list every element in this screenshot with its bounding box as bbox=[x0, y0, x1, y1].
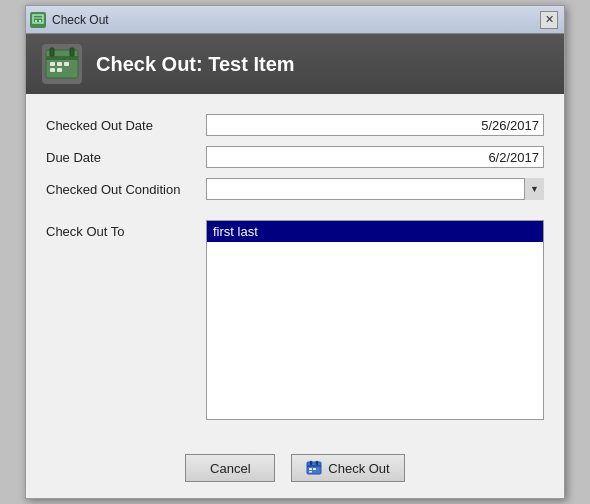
svg-rect-18 bbox=[310, 461, 312, 465]
svg-rect-14 bbox=[307, 465, 321, 467]
window-icon bbox=[30, 12, 46, 28]
svg-rect-9 bbox=[57, 62, 62, 66]
check-out-to-label: Check Out To bbox=[46, 220, 206, 239]
due-date-row: Due Date bbox=[46, 146, 544, 168]
title-bar: Check Out ✕ bbox=[26, 6, 564, 34]
checkout-button[interactable]: Check Out bbox=[291, 454, 404, 482]
check-out-to-row: Check Out To first last bbox=[46, 220, 544, 420]
cancel-button[interactable]: Cancel bbox=[185, 454, 275, 482]
svg-rect-5 bbox=[46, 56, 78, 60]
due-date-input[interactable] bbox=[206, 146, 544, 168]
svg-rect-11 bbox=[50, 68, 55, 72]
svg-rect-2 bbox=[35, 20, 37, 22]
svg-rect-15 bbox=[309, 468, 312, 470]
svg-rect-10 bbox=[64, 62, 69, 66]
checked-out-condition-label: Checked Out Condition bbox=[46, 182, 206, 197]
button-row: Cancel Check Out bbox=[26, 444, 564, 498]
header-bar: Check Out: Test Item bbox=[26, 34, 564, 94]
form-area: Checked Out Date Due Date Checked Out Co… bbox=[26, 94, 564, 444]
checked-out-date-input[interactable] bbox=[206, 114, 544, 136]
close-button[interactable]: ✕ bbox=[540, 11, 558, 29]
checked-out-date-label: Checked Out Date bbox=[46, 118, 206, 133]
main-window: Check Out ✕ Check Out: Test Item Checked… bbox=[25, 5, 565, 499]
svg-rect-8 bbox=[50, 62, 55, 66]
checkout-label: Check Out bbox=[328, 461, 389, 476]
header-icon bbox=[42, 44, 82, 84]
checkout-icon bbox=[306, 460, 322, 476]
checked-out-date-row: Checked Out Date bbox=[46, 114, 544, 136]
svg-rect-17 bbox=[313, 468, 316, 470]
title-bar-text: Check Out bbox=[52, 13, 109, 27]
title-bar-left: Check Out bbox=[30, 12, 109, 28]
list-item-selected[interactable]: first last bbox=[207, 221, 543, 242]
checked-out-condition-row: Checked Out Condition Good Fair Poor ▼ bbox=[46, 178, 544, 200]
svg-rect-3 bbox=[39, 20, 41, 22]
checked-out-condition-wrapper: Good Fair Poor ▼ bbox=[206, 178, 544, 200]
svg-rect-6 bbox=[50, 48, 54, 56]
svg-rect-16 bbox=[309, 471, 312, 473]
spacer bbox=[46, 210, 544, 220]
svg-rect-0 bbox=[33, 15, 43, 23]
cancel-label: Cancel bbox=[210, 461, 250, 476]
svg-rect-12 bbox=[57, 68, 62, 72]
check-out-to-list[interactable]: first last bbox=[206, 220, 544, 420]
due-date-label: Due Date bbox=[46, 150, 206, 165]
checked-out-condition-select[interactable]: Good Fair Poor bbox=[206, 178, 544, 200]
dialog-title: Check Out: Test Item bbox=[96, 53, 295, 76]
svg-rect-7 bbox=[70, 48, 74, 56]
svg-rect-19 bbox=[316, 461, 318, 465]
